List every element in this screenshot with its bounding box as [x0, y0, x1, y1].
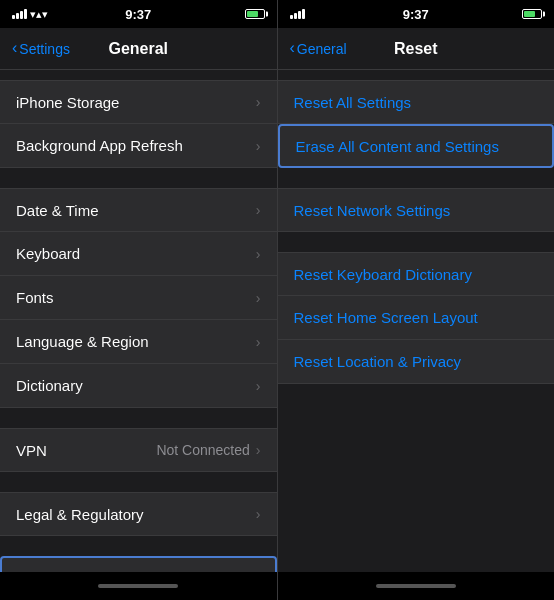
battery-icon-right [522, 9, 542, 19]
section-gap [0, 536, 277, 546]
chevron-icon: › [256, 246, 261, 262]
row-label: iPhone Storage [16, 94, 256, 111]
reset-all-settings-label: Reset All Settings [294, 94, 539, 111]
list-item[interactable]: Keyboard › [0, 232, 277, 276]
row-label: Background App Refresh [16, 137, 256, 154]
vpn-row[interactable]: VPN Not Connected › [0, 428, 277, 472]
left-content: iPhone Storage › Background App Refresh … [0, 70, 277, 572]
chevron-icon: › [256, 94, 261, 110]
section-gap [0, 408, 277, 418]
list-item[interactable]: iPhone Storage › [0, 80, 277, 124]
section-gap [0, 472, 277, 482]
chevron-icon: › [256, 202, 261, 218]
reset-options-section: Reset All Settings Erase All Content and… [278, 80, 555, 168]
datetime-section: Date & Time › Keyboard › Fonts › Languag… [0, 188, 277, 408]
storage-section: iPhone Storage › Background App Refresh … [0, 80, 277, 168]
signal-area-left: ▾▴▾ [12, 8, 72, 21]
other-reset-section: Reset Keyboard Dictionary Reset Home Scr… [278, 252, 555, 384]
page-title-left: General [108, 40, 168, 58]
back-button-right[interactable]: ‹ General [290, 40, 347, 57]
chevron-icon: › [256, 138, 261, 154]
reset-location-row[interactable]: Reset Location & Privacy [278, 340, 555, 384]
chevron-icon: › [256, 334, 261, 350]
legal-row[interactable]: Legal & Regulatory › [0, 492, 277, 536]
chevron-icon: › [256, 506, 261, 522]
nav-bar-left: ‹ Settings General [0, 28, 277, 70]
erase-all-content-label: Erase All Content and Settings [296, 138, 537, 155]
list-item[interactable]: Date & Time › [0, 188, 277, 232]
back-label-left: Settings [19, 41, 70, 57]
reset-keyboard-row[interactable]: Reset Keyboard Dictionary [278, 252, 555, 296]
signal-icon [290, 9, 305, 19]
row-label: Reset [18, 570, 254, 573]
section-gap [278, 168, 555, 178]
status-time-right: 9:37 [403, 7, 429, 22]
home-bar-right [376, 584, 456, 588]
row-label: Date & Time [16, 202, 256, 219]
left-panel: ▾▴▾ 9:37 ‹ Settings General iPhone Stora… [0, 0, 277, 600]
vpn-section: VPN Not Connected › [0, 428, 277, 472]
row-label: Fonts [16, 289, 256, 306]
section-gap [0, 168, 277, 178]
home-bar-left [98, 584, 178, 588]
battery-area-left [205, 9, 265, 19]
battery-icon-left [245, 9, 265, 19]
reset-homescreen-row[interactable]: Reset Home Screen Layout [278, 296, 555, 340]
chevron-icon: › [256, 442, 261, 458]
battery-area-right [482, 9, 542, 19]
network-section: Reset Network Settings [278, 188, 555, 232]
chevron-icon: › [254, 570, 259, 572]
section-gap [278, 232, 555, 242]
status-time-left: 9:37 [125, 7, 151, 22]
back-button-left[interactable]: ‹ Settings [12, 40, 70, 57]
back-chevron-left: ‹ [12, 39, 17, 57]
reset-section: Reset › [0, 556, 277, 572]
reset-location-label: Reset Location & Privacy [294, 353, 539, 370]
signal-icon [12, 9, 27, 19]
row-value: Not Connected [156, 442, 249, 458]
row-label: Dictionary [16, 377, 256, 394]
chevron-icon: › [256, 378, 261, 394]
back-label-right: General [297, 41, 347, 57]
row-label: VPN [16, 442, 156, 459]
nav-bar-right: ‹ General Reset [278, 28, 555, 70]
home-indicator-left [0, 572, 277, 600]
reset-row[interactable]: Reset › [0, 556, 277, 572]
list-item[interactable]: Dictionary › [0, 364, 277, 408]
row-label: Legal & Regulatory [16, 506, 256, 523]
reset-all-settings-row[interactable]: Reset All Settings [278, 80, 555, 124]
home-indicator-right [278, 572, 555, 600]
signal-area-right [290, 9, 350, 19]
list-item[interactable]: Fonts › [0, 276, 277, 320]
row-label: Keyboard [16, 245, 256, 262]
reset-keyboard-label: Reset Keyboard Dictionary [294, 266, 539, 283]
reset-network-row[interactable]: Reset Network Settings [278, 188, 555, 232]
list-item[interactable]: Background App Refresh › [0, 124, 277, 168]
reset-homescreen-label: Reset Home Screen Layout [294, 309, 539, 326]
wifi-icon: ▾▴▾ [30, 8, 48, 21]
list-item[interactable]: Language & Region › [0, 320, 277, 364]
right-panel: 9:37 ‹ General Reset Reset All Settings … [278, 0, 555, 600]
reset-network-label: Reset Network Settings [294, 202, 539, 219]
row-label: Language & Region [16, 333, 256, 350]
right-content: Reset All Settings Erase All Content and… [278, 70, 555, 572]
chevron-icon: › [256, 290, 261, 306]
legal-section: Legal & Regulatory › [0, 492, 277, 536]
status-bar-right: 9:37 [278, 0, 555, 28]
status-bar-left: ▾▴▾ 9:37 [0, 0, 277, 28]
back-chevron-right: ‹ [290, 39, 295, 57]
page-title-right: Reset [394, 40, 438, 58]
erase-all-content-row[interactable]: Erase All Content and Settings [278, 124, 555, 168]
